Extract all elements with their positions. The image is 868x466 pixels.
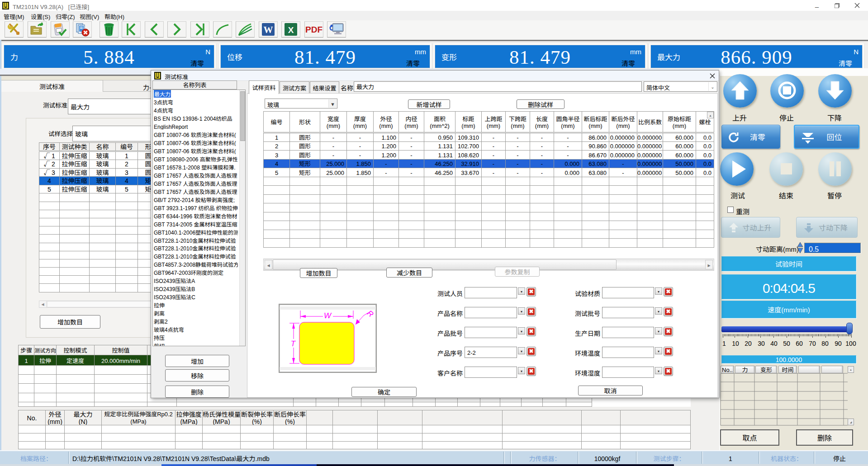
- svg-text:X: X: [288, 25, 294, 35]
- svg-text:W: W: [264, 24, 273, 35]
- svg-text:PDF: PDF: [305, 25, 323, 34]
- svg-text:T: T: [291, 337, 296, 348]
- svg-text:W: W: [324, 309, 332, 320]
